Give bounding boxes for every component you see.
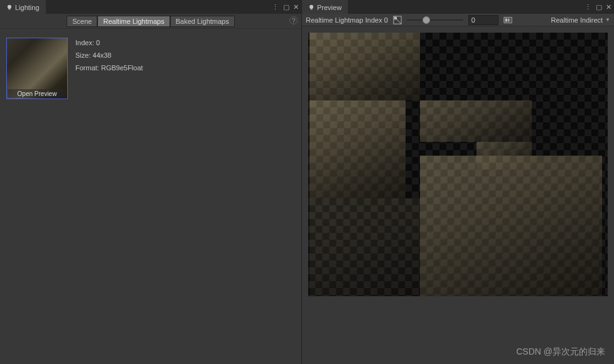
subtab-realtime-lightmaps[interactable]: Realtime Lightmaps	[97, 16, 170, 27]
preview-tabbar: Preview ⋮ ▢ ✕	[302, 0, 614, 14]
mip-icon[interactable]	[504, 16, 512, 24]
maximize-icon[interactable]: ▢	[596, 3, 602, 11]
preview-panel: Preview ⋮ ▢ ✕ Realtime Lightmap Index 0	[302, 0, 614, 364]
svg-rect-1	[394, 16, 397, 19]
close-icon[interactable]: ✕	[293, 3, 299, 11]
svg-rect-5	[509, 18, 510, 21]
exposure-slider[interactable]	[407, 16, 463, 24]
lightmap-format-label: Format: RGB9e5Float	[75, 64, 143, 72]
slider-track	[407, 19, 463, 21]
preview-mode-dropdown[interactable]: Realtime Indirect ▼	[551, 16, 610, 24]
slider-knob[interactable]	[423, 16, 430, 24]
exposure-value-input[interactable]	[468, 15, 498, 25]
close-icon[interactable]: ✕	[606, 3, 611, 11]
lightmap-info: Index: 0 Size: 44x38 Format: RGB9e5Float	[75, 38, 143, 355]
lighting-tabbar: Lighting ⋮ ▢ ✕	[0, 0, 301, 14]
preview-tab[interactable]: Preview	[302, 0, 348, 14]
lighting-panel: Lighting ⋮ ▢ ✕ Scene Realtime Lightmaps …	[0, 0, 302, 364]
lighting-tab[interactable]: Lighting	[0, 0, 46, 14]
subtab-scene[interactable]: Scene	[67, 16, 97, 27]
lightbulb-icon	[308, 4, 315, 11]
preview-canvas[interactable]	[308, 33, 608, 296]
chevron-down-icon: ▼	[605, 17, 610, 23]
lightmap-thumbnail[interactable]: Open Preview	[6, 38, 68, 99]
lighting-subtab-row: Scene Realtime Lightmaps Baked Lightmaps…	[0, 14, 301, 29]
preview-toolbar: Realtime Lightmap Index 0 Realtime Indir…	[302, 14, 614, 26]
lighting-tab-label: Lighting	[15, 4, 40, 11]
exposure-icon[interactable]	[393, 16, 402, 24]
preview-window-controls: ⋮ ▢ ✕	[584, 3, 614, 11]
lighting-body: Open Preview Index: 0 Size: 44x38 Format…	[0, 29, 301, 364]
help-icon[interactable]: ?	[289, 16, 298, 24]
open-preview-button[interactable]: Open Preview	[8, 89, 67, 98]
preview-title-label: Realtime Lightmap Index 0	[306, 16, 388, 24]
preview-mode-label: Realtime Indirect	[551, 16, 603, 24]
svg-rect-3	[505, 18, 507, 21]
lightmap-region	[310, 100, 406, 198]
lightmap-region	[420, 156, 602, 296]
maximize-icon[interactable]: ▢	[283, 3, 289, 11]
lightmap-region	[310, 33, 420, 100]
preview-area	[302, 26, 614, 364]
svg-rect-4	[508, 18, 509, 21]
lightmap-region	[310, 198, 420, 296]
preview-tab-label: Preview	[317, 4, 342, 11]
lightmap-region	[420, 100, 532, 142]
kebab-menu-icon[interactable]: ⋮	[584, 3, 592, 11]
lightmap-size-label: Size: 44x38	[75, 51, 143, 59]
lightmap-index-label: Index: 0	[75, 39, 143, 46]
lighting-window-controls: ⋮ ▢ ✕	[272, 3, 301, 11]
lightbulb-icon	[6, 4, 13, 11]
kebab-menu-icon[interactable]: ⋮	[272, 3, 279, 11]
subtab-baked-lightmaps[interactable]: Baked Lightmaps	[170, 16, 235, 27]
